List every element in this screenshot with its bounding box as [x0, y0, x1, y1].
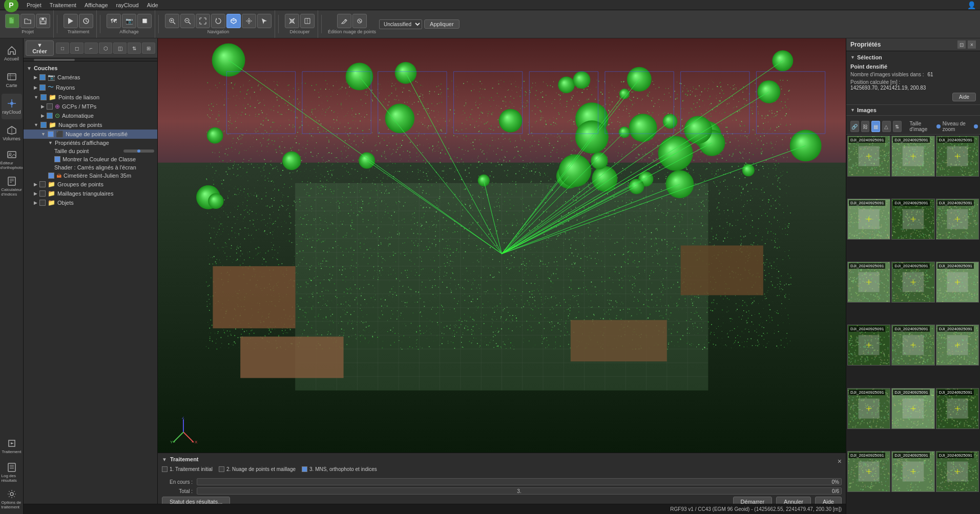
rayons-check[interactable]: [39, 84, 46, 91]
sidebar-item-calculateur[interactable]: Calculateur d'indices: [2, 174, 22, 199]
rp-close-btn[interactable]: ×: [968, 40, 976, 49]
groupes-check[interactable]: [39, 181, 46, 187]
couleur-check[interactable]: [54, 156, 60, 162]
couches-section[interactable]: ▼ Couches: [24, 63, 157, 73]
thumb-8[interactable]: DJI_20240925091: [936, 262, 979, 303]
cut-btn2[interactable]: [300, 14, 315, 28]
thumb-4[interactable]: DJI_20240925091: [891, 199, 934, 240]
sidebar-item-log[interactable]: Log des résultats: [2, 460, 22, 485]
maillages-check[interactable]: [39, 190, 46, 197]
fullscreen-btn[interactable]: [196, 14, 210, 28]
rotate-btn[interactable]: [211, 14, 225, 28]
thumb-11[interactable]: DJI_20240925091: [936, 325, 979, 366]
layer-groupes[interactable]: ▶ 📁 Groupes de points: [24, 180, 157, 189]
sidebar-item-options[interactable]: Options de traitement: [2, 486, 22, 512]
layer-props[interactable]: ▼ Propriétés d'affichage: [24, 139, 157, 147]
unlink-btn[interactable]: ⛓: [861, 121, 870, 132]
affichage-btn1[interactable]: 🗺: [107, 14, 121, 28]
rp-restore-btn[interactable]: ⊡: [957, 40, 966, 49]
thumb-15[interactable]: DJI_20240925091: [847, 451, 890, 492]
cimetiere-check[interactable]: [48, 173, 54, 179]
layer-tool-1[interactable]: □: [56, 42, 69, 54]
viewport-canvas[interactable]: [158, 38, 846, 453]
menu-raycloud[interactable]: rayCloud: [116, 2, 139, 8]
nuages-check[interactable]: [40, 122, 47, 128]
layer-tool-3[interactable]: ⌐: [85, 42, 98, 54]
layer-gcp[interactable]: ▶ ⊕ GCPs / MTPs: [24, 102, 157, 111]
layer-nuages[interactable]: ▼ 📁 Nuages de points: [24, 120, 157, 130]
nav-pan-btn[interactable]: [242, 14, 256, 28]
proc-step-2[interactable]: 2. Nuage de points et maillage: [219, 466, 296, 472]
process-btn2[interactable]: [79, 14, 93, 28]
thumb-7[interactable]: DJI_20240925091: [891, 262, 934, 303]
thumb-0[interactable]: DJI_20240925091: [847, 136, 890, 177]
layer-liaison[interactable]: ▼ 📁 Points de liaison: [24, 93, 157, 102]
layer-cameras[interactable]: ▶ 📷 Caméras: [24, 73, 157, 82]
thumb-13[interactable]: DJI_20240925091: [891, 388, 934, 429]
layer-tool-6[interactable]: ⇅: [128, 42, 141, 54]
menu-projet[interactable]: Projet: [27, 2, 41, 8]
sidebar-item-traitement[interactable]: Traitement: [2, 433, 22, 459]
layer-taille[interactable]: Taille du point: [24, 147, 157, 155]
dense-check[interactable]: [48, 131, 54, 137]
layer-dense[interactable]: ▼ ⬛ Nuage de points densifié: [24, 130, 157, 139]
class-select[interactable]: Unclassified: [379, 19, 422, 29]
proc-step-3[interactable]: 3. MNS, orthophoto et indices: [302, 466, 377, 472]
layer-tool-2[interactable]: ◻: [70, 42, 84, 54]
apply-btn[interactable]: Appliquer: [424, 19, 459, 29]
cut-btn1[interactable]: [285, 14, 299, 28]
step2-check[interactable]: [219, 466, 224, 472]
layer-tool-4[interactable]: ⬡: [99, 42, 112, 54]
thumb-12[interactable]: DJI_20240925091: [847, 388, 890, 429]
layer-objets[interactable]: ▶ 📁 Objets: [24, 198, 157, 207]
user-icon[interactable]: 👤: [967, 1, 976, 9]
menu-aide[interactable]: Aide: [147, 2, 158, 8]
layer-rayons[interactable]: ▶ 〜 Rayons: [24, 82, 157, 93]
create-btn[interactable]: ▼ Créer: [26, 40, 54, 56]
objets-check[interactable]: [39, 200, 46, 206]
list-btn[interactable]: △: [882, 121, 891, 132]
gcp-check[interactable]: [47, 103, 53, 110]
thumb-6[interactable]: DJI_20240925091: [847, 262, 890, 303]
sidebar-item-raycloud[interactable]: rayCloud: [2, 94, 22, 119]
affichage-btn3[interactable]: 🔲: [137, 14, 152, 28]
sidebar-item-volumes[interactable]: Volumes: [2, 120, 22, 146]
grid-btn[interactable]: ▦: [871, 121, 880, 132]
nav-3d-btn[interactable]: [226, 14, 241, 28]
thumb-5[interactable]: DJI_20240925091: [936, 199, 979, 240]
cameras-check[interactable]: [39, 74, 46, 80]
viewport[interactable]: X Y Z ▼ Traitement × 1. Traitement initi…: [158, 38, 846, 514]
auto-check[interactable]: [47, 113, 53, 119]
layer-shader[interactable]: Shader : Carrés alignés à l'écran: [24, 163, 157, 172]
layer-tool-7[interactable]: ⊞: [142, 42, 155, 54]
process-btn1[interactable]: [64, 14, 78, 28]
thumb-17[interactable]: DJI_20240925091: [936, 451, 979, 492]
sidebar-item-editeur[interactable]: Éditeur d'orthophoto: [2, 147, 22, 173]
liaison-check[interactable]: [40, 94, 47, 100]
layer-cimetiere[interactable]: 🏔 Cimetière Saint-Julien 35m: [24, 172, 157, 180]
open-btn[interactable]: [20, 14, 35, 28]
step3-check[interactable]: [302, 466, 307, 472]
sort-btn[interactable]: ⇅: [893, 121, 902, 132]
save-btn[interactable]: [36, 14, 50, 28]
menu-affichage[interactable]: Affichage: [85, 2, 108, 8]
zoom-in-btn[interactable]: [165, 14, 179, 28]
selection-header[interactable]: ▼ Sélection: [850, 54, 976, 60]
affichage-btn2[interactable]: 📷: [122, 14, 136, 28]
proc-collapse-arrow[interactable]: ▼: [162, 457, 167, 462]
proc-close-btn[interactable]: ×: [838, 457, 842, 465]
link-btn[interactable]: 🔗: [850, 121, 859, 132]
layer-tool-5[interactable]: ◫: [113, 42, 127, 54]
edit-btn2[interactable]: [352, 14, 367, 28]
new-project-btn[interactable]: [5, 14, 19, 28]
layer-auto[interactable]: ▶ ⊙ Automatique: [24, 111, 157, 120]
images-section-header[interactable]: ▼ Images: [846, 105, 980, 116]
thumb-1[interactable]: DJI_20240925091: [891, 136, 934, 177]
sidebar-item-carte[interactable]: Carte: [2, 67, 22, 93]
zoom-out-btn[interactable]: [180, 14, 195, 28]
edit-btn1[interactable]: [337, 14, 351, 28]
thumb-10[interactable]: DJI_20240925091: [891, 325, 934, 366]
thumb-3[interactable]: DJI_20240925091: [847, 199, 890, 240]
layer-couleur[interactable]: Montrer la Couleur de Classe: [24, 155, 157, 163]
step1-check[interactable]: [162, 466, 168, 472]
